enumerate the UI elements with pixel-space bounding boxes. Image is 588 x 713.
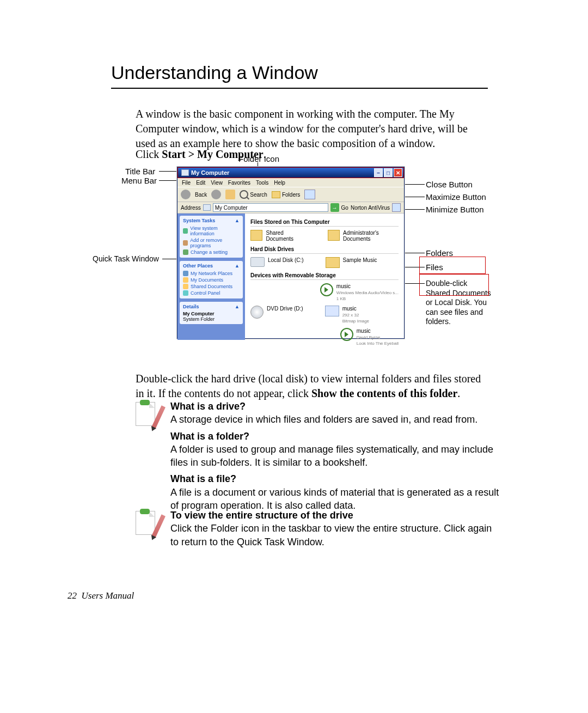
item-music1-size: 1 KB (336, 296, 346, 301)
item-music1-label: music (336, 283, 351, 289)
note-pencil-icon (136, 400, 161, 429)
address-label: Address (181, 205, 201, 211)
computer-icon (203, 204, 211, 211)
item-music-file-2[interactable]: music292 x 32Bitmap Image (325, 306, 369, 324)
link-shared-docs[interactable]: Shared Documents (183, 283, 240, 290)
link-my-documents[interactable]: My Documents (183, 277, 240, 283)
menu-tools[interactable]: Tools (256, 180, 268, 186)
back-label: Back (195, 192, 207, 198)
note-block-view-structure: To view the entire structure of the driv… (136, 509, 500, 549)
label-close-button: Close Button (426, 180, 473, 189)
link-control-panel-label: Control Panel (191, 290, 220, 296)
heading-rule (111, 88, 488, 89)
section-hard-disk: Hard Disk Drives (250, 246, 399, 254)
menu-file[interactable]: File (182, 180, 191, 186)
body-paragraph-2: Double-click the hard drive (local disk)… (136, 371, 484, 401)
menu-help[interactable]: Help (274, 180, 285, 186)
details-header: Details (183, 304, 199, 309)
label-menu-bar: Menu Bar (121, 176, 157, 185)
label-files: Files (426, 263, 443, 272)
item-local-disk[interactable]: Local Disk (C:) (250, 257, 304, 268)
task-view-info[interactable]: View system information (183, 225, 240, 237)
label-minimize-button: Minimize Button (426, 205, 484, 214)
q-view-structure: To view the entire structure of the driv… (170, 509, 500, 522)
disk-icon (250, 257, 265, 267)
item-music-file-3[interactable]: musicDavid ByrneLook Into The Eyeball (340, 328, 399, 346)
link-shared-docs-label: Shared Documents (191, 284, 232, 289)
leader-double-click (405, 283, 425, 284)
search-label: Search (250, 192, 267, 198)
page-heading: Understanding a Window (111, 62, 488, 83)
collapse-icon[interactable]: ▲ (235, 263, 240, 269)
go-button[interactable]: → (330, 203, 339, 212)
item-shared-documents[interactable]: Shared Documents (250, 230, 306, 242)
other-places-panel: Other Places▲ My Network Places My Docum… (180, 261, 243, 298)
go-label: Go (341, 205, 348, 211)
close-button[interactable]: ✕ (394, 168, 402, 177)
search-button[interactable]: Search (240, 190, 267, 199)
note-block-definitions: What is a drive? A storage device in whi… (136, 400, 500, 512)
menu-view[interactable]: View (211, 180, 223, 186)
footer-text: Users Manual (82, 590, 134, 601)
minimize-button[interactable]: – (374, 168, 383, 177)
network-icon (183, 271, 188, 276)
folder-icon (328, 230, 340, 241)
menu-bar: File Edit View Favorites Tools Help (177, 178, 404, 187)
up-icon[interactable] (225, 190, 235, 199)
item-dvd-label: DVD Drive (D:) (267, 306, 303, 312)
leader-close (405, 184, 425, 185)
task-change-setting-label: Change a setting (191, 249, 228, 255)
collapse-icon[interactable]: ▲ (235, 218, 240, 223)
image-icon (325, 306, 339, 316)
item-admin-docs[interactable]: Administrator's Documents (328, 230, 399, 242)
section-files-stored: Files Stored on This Computer (250, 219, 399, 227)
link-network-places[interactable]: My Network Places (183, 270, 240, 277)
back-icon[interactable] (181, 190, 191, 199)
label-folder-icon: Folder Icon (238, 154, 279, 163)
item-music2-sub2: Bitmap Image (342, 319, 369, 324)
label-double-click: Double-click Shared Documents or Local D… (426, 279, 491, 327)
q-what-is-folder: What is a folder? (170, 430, 500, 443)
menu-edit[interactable]: Edit (196, 180, 205, 186)
content-pane: Files Stored on This Computer Shared Doc… (245, 214, 404, 340)
label-quick-task: Quick Task Window (93, 254, 159, 263)
details-panel: Details▲ My Computer System Folder (180, 302, 243, 324)
item-music2-label: music (342, 306, 357, 312)
task-change-setting[interactable]: Change a setting (183, 249, 240, 255)
a-view-structure: Click the Folder icon in the taskbar to … (170, 522, 500, 549)
collapse-icon[interactable]: ▲ (235, 304, 240, 309)
maximize-button[interactable]: □ (384, 168, 393, 177)
item-sample-music[interactable]: Sample Music (326, 257, 377, 268)
quick-task-panel: System Tasks▲ View system information Ad… (177, 214, 245, 340)
intro-paragraph: A window is the basic component in worki… (136, 107, 484, 151)
item-dvd-drive[interactable]: DVD Drive (D:) (250, 306, 303, 324)
norton-icon[interactable] (392, 203, 401, 212)
forward-icon[interactable] (211, 190, 221, 199)
item-music3-sub2: Look Into The Eyeball (357, 341, 399, 346)
leader-maximize (405, 197, 425, 197)
task-add-remove[interactable]: Add or remove programs (183, 237, 240, 249)
norton-label: Norton AntiVirus (351, 205, 390, 211)
documents-icon (183, 277, 188, 283)
q-what-is-drive: What is a drive? (170, 400, 500, 413)
footer: 22 Users Manual (68, 590, 134, 601)
link-network-places-label: My Network Places (191, 271, 232, 276)
link-control-panel[interactable]: Control Panel (183, 290, 240, 296)
label-maximize-button: Maximize Button (426, 192, 486, 202)
leader-quick-task (162, 259, 177, 259)
folders-button[interactable]: Folders (272, 191, 300, 198)
views-icon[interactable] (304, 190, 315, 199)
address-input[interactable] (213, 203, 328, 212)
programs-icon (183, 240, 188, 246)
menu-favorites[interactable]: Favorites (228, 180, 250, 186)
title-bar[interactable]: My Computer – □ ✕ (177, 167, 404, 178)
address-bar: Address → Go Norton AntiVirus (177, 202, 404, 214)
item-music-file-1[interactable]: musicWindows Media Audio/Video s...1 KB (320, 283, 399, 301)
item-sample-music-label: Sample Music (343, 257, 377, 263)
cd-icon (250, 306, 264, 319)
leader-files (405, 267, 425, 267)
toolbar: Back Search Folders (177, 187, 404, 202)
label-folders: Folders (426, 248, 453, 258)
item-admin-docs-label: Administrator's Documents (343, 230, 399, 242)
folder-icon (250, 230, 262, 241)
